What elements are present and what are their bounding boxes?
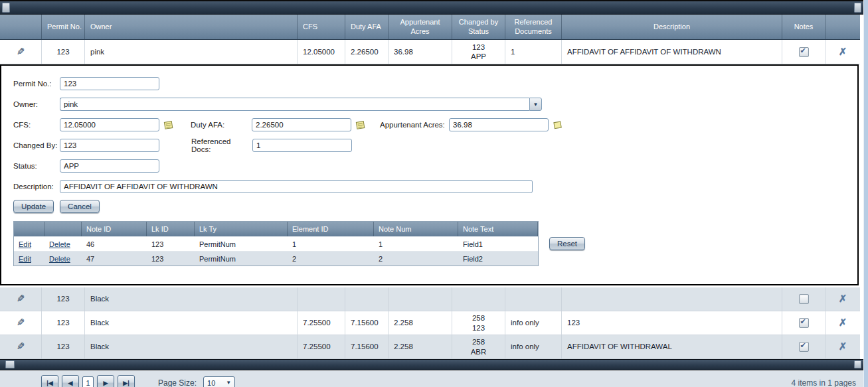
scrollbar-thumb[interactable] [5, 360, 15, 368]
description-label: Description: [13, 183, 60, 191]
cell-duty-afa: 7.15600 [345, 335, 389, 358]
last-page-button[interactable]: ▶| [118, 375, 135, 387]
table-row: ✎123Black7.255007.156002.258258 123info … [0, 311, 860, 335]
update-button[interactable]: Update [13, 200, 54, 213]
cell-appurtenant-acres: 2.258 [389, 335, 452, 358]
owner-label: Owner: [13, 100, 60, 108]
cell-note-id: 46 [82, 240, 147, 248]
cell-lk-id: 123 [147, 255, 195, 263]
cell-duty-afa: 7.15600 [345, 311, 389, 335]
cell-lk-ty: PermitNum [195, 240, 288, 248]
grid-rows-below-form: ✎123Black✗✎123Black7.255007.156002.25825… [0, 287, 868, 359]
edit-note-link[interactable]: Edit [19, 240, 31, 248]
notes-checkbox[interactable] [799, 47, 809, 57]
page-size-label: Page Size: [158, 378, 197, 387]
header-changed-by-status: Changed by Status [452, 15, 505, 39]
page-size-select[interactable]: 10 ▼ [203, 376, 235, 387]
edit-pencil-icon[interactable]: ✎ [17, 46, 25, 58]
notes-header-delete [44, 222, 82, 236]
scrollbar-right-button[interactable] [854, 360, 861, 368]
cell-changed-by-status: 258 123 [452, 311, 505, 335]
notes-checkbox[interactable] [799, 294, 809, 304]
cell-description [562, 287, 782, 311]
bottom-horizontal-scrollbar[interactable] [0, 359, 868, 370]
delete-icon[interactable]: ✗ [839, 46, 847, 58]
delete-note-link[interactable]: Delete [49, 240, 70, 248]
cancel-button[interactable]: Cancel [60, 200, 100, 213]
cell-element-id: 1 [288, 240, 374, 248]
header-permit-no: Permit No. [42, 15, 85, 39]
reset-button[interactable]: Reset [549, 237, 585, 250]
table-row: ✎123Black✗ [0, 287, 860, 311]
edit-pencil-icon[interactable]: ✎ [17, 341, 25, 353]
status-label: Status: [13, 162, 60, 170]
cell-changed-by-status [452, 287, 505, 311]
permit-no-field[interactable] [60, 77, 159, 90]
items-count-text: 4 items in 1 pages [792, 378, 856, 387]
note-icon[interactable] [553, 120, 563, 130]
cell-appurtenant-acres: 36.98 [389, 40, 452, 64]
cfs-field[interactable] [60, 118, 159, 131]
changed-by-field[interactable] [60, 139, 159, 152]
edit-pencil-icon[interactable]: ✎ [17, 317, 25, 329]
cell-owner: pink [85, 40, 298, 64]
page-number-input[interactable] [82, 376, 94, 387]
cell-lk-ty: PermitNum [195, 255, 288, 263]
delete-icon[interactable]: ✗ [839, 293, 847, 305]
notes-table: Note ID Lk ID Lk Ty Element ID Note Num … [13, 221, 539, 266]
edit-form-panel: Permit No.: Owner: ▼ CFS: Duty AFA: Appu… [0, 64, 859, 285]
cell-note-num: 1 [374, 240, 458, 248]
cell-permit-no: 123 [42, 335, 85, 358]
status-field[interactable] [60, 159, 159, 173]
header-description: Description [562, 15, 782, 39]
cell-referenced-documents [505, 287, 562, 311]
cell-lk-id: 123 [147, 240, 195, 248]
grid-rows-above-form: ✎123pink12.050002.2650036.98123 APP1AFFI… [0, 40, 868, 64]
scrollbar-right-button[interactable] [854, 3, 861, 13]
owner-combobox[interactable]: ▼ [60, 98, 542, 111]
cell-cfs: 7.25500 [298, 311, 345, 335]
note-icon[interactable] [163, 120, 173, 130]
header-owner: Owner [85, 15, 298, 39]
appurtenant-acres-field[interactable] [449, 118, 549, 131]
referenced-docs-field[interactable] [252, 139, 352, 152]
notes-header-note-id: Note ID [82, 222, 147, 236]
owner-field[interactable] [60, 98, 529, 111]
header-delete-column [825, 15, 860, 39]
header-referenced-documents: Referenced Documents [505, 15, 562, 39]
scrollbar-thumb[interactable] [2, 3, 10, 13]
referenced-docs-label: Referenced Docs: [191, 137, 252, 153]
cell-permit-no: 123 [42, 40, 85, 64]
description-field[interactable] [60, 180, 533, 193]
delete-icon[interactable]: ✗ [839, 317, 847, 329]
notes-header-note-num: Note Num [374, 222, 458, 236]
cell-changed-by-status: 258 ABR [452, 335, 505, 358]
delete-note-link[interactable]: Delete [49, 255, 70, 263]
notes-header-note-text: Note Text [458, 222, 538, 236]
cell-element-id: 2 [288, 255, 374, 263]
permits-grid-app: Permit No. Owner CFS Duty AFA Appurtenan… [0, 0, 868, 387]
cell-duty-afa [345, 287, 389, 311]
chevron-down-icon[interactable]: ▼ [529, 98, 542, 111]
prev-page-button[interactable]: ◀ [62, 375, 79, 387]
chevron-down-icon: ▼ [226, 380, 231, 386]
notes-checkbox[interactable] [799, 342, 809, 352]
duty-afa-field[interactable] [252, 118, 351, 131]
cell-appurtenant-acres: 2.258 [389, 311, 452, 335]
edit-note-link[interactable]: Edit [19, 255, 31, 263]
top-horizontal-scrollbar[interactable] [0, 0, 868, 15]
next-page-button[interactable]: ▶ [97, 375, 114, 387]
edit-pencil-icon[interactable]: ✎ [17, 293, 25, 305]
note-icon[interactable] [355, 120, 365, 130]
right-vertical-scrollbar[interactable] [863, 0, 868, 387]
duty-afa-label: Duty AFA: [191, 121, 252, 129]
first-page-button[interactable]: |◀ [41, 375, 58, 387]
cell-owner: Black [85, 287, 298, 311]
table-row: ✎123pink12.050002.2650036.98123 APP1AFFI… [0, 40, 860, 64]
delete-icon[interactable]: ✗ [839, 341, 847, 353]
cell-owner: Black [85, 311, 298, 335]
cell-referenced-documents: 1 [505, 40, 562, 64]
cell-duty-afa: 2.26500 [345, 40, 389, 64]
notes-table-header: Note ID Lk ID Lk Ty Element ID Note Num … [14, 222, 538, 236]
notes-checkbox[interactable] [799, 318, 809, 328]
